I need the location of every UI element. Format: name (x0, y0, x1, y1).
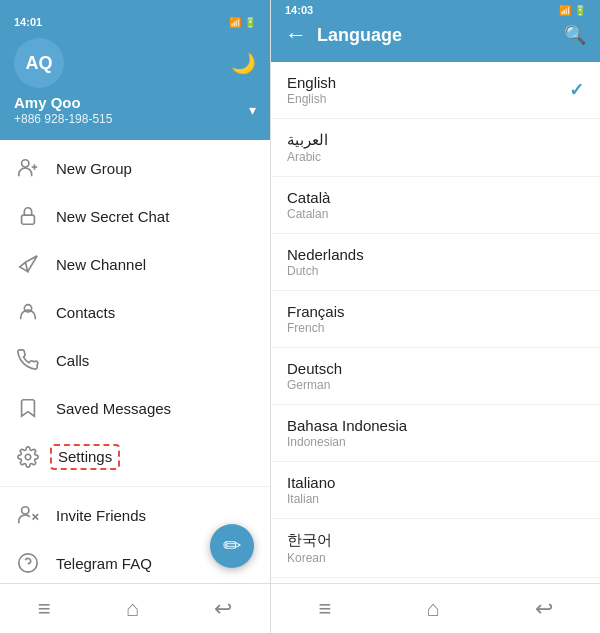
language-item-french[interactable]: Français French (271, 291, 600, 348)
avatar[interactable]: AQ (14, 38, 64, 88)
language-item-arabic[interactable]: العربية Arabic (271, 119, 600, 177)
menu-item-settings[interactable]: Settings (0, 432, 270, 482)
lang-native-english: English (287, 92, 336, 106)
left-nav-back-icon[interactable]: ↩ (214, 596, 232, 622)
left-status-icons: 📶 🔋 (229, 17, 256, 28)
new-channel-label: New Channel (56, 256, 146, 273)
settings-dashed-highlight: Settings (50, 444, 120, 470)
contacts-label: Contacts (56, 304, 115, 321)
left-panel: 14:01 📶 🔋 AQ 🌙 Amy Qoo +886 928-198-515 … (0, 0, 270, 633)
lang-name-dutch: Nederlands (287, 246, 364, 263)
faq-label: Telegram FAQ (56, 555, 152, 572)
lang-name-arabic: العربية (287, 131, 328, 149)
lang-native-french: French (287, 321, 345, 335)
dropdown-arrow-icon[interactable]: ▾ (249, 102, 256, 118)
left-signal-icon: 📶 (229, 17, 241, 28)
lang-native-dutch: Dutch (287, 264, 364, 278)
lang-name-italian: Italiano (287, 474, 335, 491)
right-time: 14:03 (285, 4, 313, 16)
lang-native-korean: Korean (287, 551, 332, 565)
language-item-catalan[interactable]: Català Catalan (271, 177, 600, 234)
menu-item-new-group[interactable]: New Group (0, 144, 270, 192)
left-time: 14:01 (14, 16, 42, 28)
saved-messages-label: Saved Messages (56, 400, 171, 417)
right-status-icons: 📶 🔋 (559, 5, 586, 16)
left-bottom-nav: ≡ ⌂ ↩ (0, 583, 270, 633)
settings-label: Settings (58, 448, 112, 465)
svg-point-9 (19, 554, 37, 572)
lang-name-catalan: Català (287, 189, 330, 206)
calls-icon (16, 348, 40, 372)
svg-rect-3 (22, 215, 35, 224)
menu-item-calls[interactable]: Calls (0, 336, 270, 384)
left-status-bar: 14:01 📶 🔋 (14, 16, 256, 28)
right-nav-back-icon[interactable]: ↩ (535, 596, 553, 622)
menu-item-contacts[interactable]: Contacts (0, 288, 270, 336)
menu-divider (0, 486, 270, 487)
new-secret-chat-label: New Secret Chat (56, 208, 169, 225)
right-signal-icon: 📶 (559, 5, 571, 16)
language-search-icon[interactable]: 🔍 (564, 24, 586, 46)
left-nav-menu-icon[interactable]: ≡ (38, 596, 51, 622)
language-item-dutch[interactable]: Nederlands Dutch (271, 234, 600, 291)
new-group-label: New Group (56, 160, 132, 177)
user-name: Amy Qoo (14, 94, 112, 111)
new-channel-icon (16, 252, 40, 276)
left-header: 14:01 📶 🔋 AQ 🌙 Amy Qoo +886 928-198-515 … (0, 0, 270, 140)
user-phone: +886 928-198-515 (14, 112, 112, 126)
right-status-bar: 14:03 📶 🔋 (285, 0, 586, 22)
language-list: English English ✓ العربية Arabic Català … (271, 62, 600, 583)
lang-native-italian: Italian (287, 492, 335, 506)
menu-item-saved-messages[interactable]: Saved Messages (0, 384, 270, 432)
svg-point-6 (22, 507, 29, 514)
language-title: Language (317, 25, 564, 46)
lang-native-indonesian: Indonesian (287, 435, 407, 449)
lang-name-indonesian: Bahasa Indonesia (287, 417, 407, 434)
svg-point-0 (22, 160, 29, 167)
right-nav-home-icon[interactable]: ⌂ (426, 596, 439, 622)
menu-item-new-secret-chat[interactable]: New Secret Chat (0, 192, 270, 240)
back-button[interactable]: ← (285, 22, 307, 48)
lang-native-german: German (287, 378, 342, 392)
language-item-indonesian[interactable]: Bahasa Indonesia Indonesian (271, 405, 600, 462)
right-bottom-nav: ≡ ⌂ ↩ (271, 583, 600, 633)
language-item-italian[interactable]: Italiano Italian (271, 462, 600, 519)
lang-name-korean: 한국어 (287, 531, 332, 550)
right-header: 14:03 📶 🔋 ← Language 🔍 (271, 0, 600, 62)
compose-fab[interactable]: ✏ (210, 524, 254, 568)
checkmark-english: ✓ (569, 79, 584, 101)
saved-messages-icon (16, 396, 40, 420)
language-item-german[interactable]: Deutsch German (271, 348, 600, 405)
settings-icon (16, 445, 40, 469)
lang-name-english: English (287, 74, 336, 91)
user-info: Amy Qoo +886 928-198-515 ▾ (14, 94, 256, 126)
invite-friends-label: Invite Friends (56, 507, 146, 524)
lang-name-german: Deutsch (287, 360, 342, 377)
language-item-english[interactable]: English English ✓ (271, 62, 600, 119)
contacts-icon (16, 300, 40, 324)
svg-point-5 (25, 454, 31, 460)
left-wifi-icon: 🔋 (244, 17, 256, 28)
right-panel: 14:03 📶 🔋 ← Language 🔍 English English ✓… (270, 0, 600, 633)
moon-icon[interactable]: 🌙 (231, 51, 256, 75)
right-battery-icon: 🔋 (574, 5, 586, 16)
language-header-row: ← Language 🔍 (285, 22, 586, 62)
menu-item-new-channel[interactable]: New Channel (0, 240, 270, 288)
lang-name-french: Français (287, 303, 345, 320)
faq-icon (16, 551, 40, 575)
menu-list: New Group New Secret Chat New Channel (0, 140, 270, 583)
lang-native-catalan: Catalan (287, 207, 330, 221)
invite-friends-icon (16, 503, 40, 527)
secret-chat-icon (16, 204, 40, 228)
calls-label: Calls (56, 352, 89, 369)
right-nav-menu-icon[interactable]: ≡ (318, 596, 331, 622)
lang-native-arabic: Arabic (287, 150, 328, 164)
new-group-icon (16, 156, 40, 180)
left-nav-home-icon[interactable]: ⌂ (126, 596, 139, 622)
language-item-korean[interactable]: 한국어 Korean (271, 519, 600, 578)
